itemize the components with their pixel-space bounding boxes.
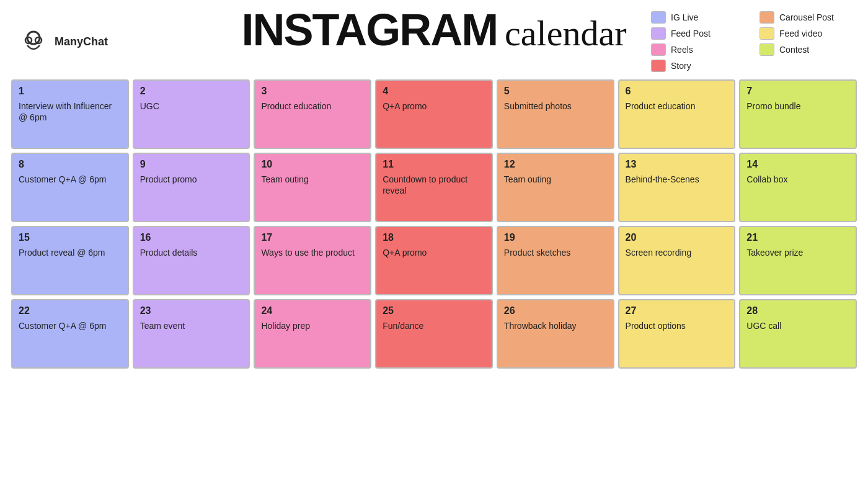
cell-text-11: Countdown to product reveal [383, 174, 485, 196]
cell-number-21: 21 [746, 232, 849, 243]
calendar-cell-23: 23 Team event [133, 299, 250, 369]
logo-text: ManyChat [55, 35, 108, 48]
cell-number-17: 17 [261, 232, 364, 243]
legend-color-feed-post [651, 27, 666, 40]
cell-text-7: Promo bundle [746, 101, 849, 112]
calendar-cell-14: 14 Collab box [739, 153, 857, 222]
cell-number-9: 9 [140, 159, 243, 170]
cell-number-7: 7 [746, 86, 849, 97]
legend-color-reels [651, 43, 666, 56]
cell-number-25: 25 [383, 305, 485, 316]
manychat-logo-icon [19, 27, 48, 56]
logo-area: ManyChat [19, 27, 108, 56]
cell-text-26: Throwback holiday [504, 320, 607, 331]
legend-item-contest: Contest [760, 43, 849, 56]
cell-text-23: Team event [140, 320, 243, 331]
cell-number-27: 27 [626, 305, 728, 316]
cell-text-20: Screen recording [626, 247, 728, 258]
cell-text-3: Product education [261, 101, 364, 112]
cell-number-14: 14 [746, 159, 849, 170]
cell-number-4: 4 [383, 86, 485, 97]
cell-number-5: 5 [504, 86, 607, 97]
legend-label-feed-post: Feed Post [671, 29, 711, 38]
cell-number-22: 22 [19, 305, 122, 316]
cell-number-12: 12 [504, 159, 607, 170]
legend-item-carousel: Carousel Post [760, 11, 849, 24]
cell-text-28: UGC call [746, 320, 849, 331]
calendar-cell-9: 9 Product promo [133, 153, 250, 222]
calendar-cell-8: 8 Customer Q+A @ 6pm [11, 153, 129, 222]
legend-color-story [651, 60, 666, 72]
cell-number-18: 18 [383, 232, 485, 243]
cell-text-2: UGC [140, 101, 243, 112]
cell-text-24: Holiday prep [261, 320, 364, 331]
cell-text-12: Team outing [504, 174, 607, 185]
cell-number-1: 1 [19, 86, 122, 97]
calendar-cell-19: 19 Product sketches [497, 226, 614, 295]
legend-label-story: Story [671, 61, 691, 71]
calendar-cell-6: 6 Product education [618, 79, 736, 149]
cell-text-16: Product details [140, 247, 243, 258]
cell-text-8: Customer Q+A @ 6pm [19, 174, 122, 185]
legend-color-feed-video [760, 27, 774, 40]
cell-number-24: 24 [261, 305, 364, 316]
legend-item-ig-live: IG Live [651, 11, 741, 24]
legend-item-feed-video: Feed video [760, 27, 849, 40]
calendar-cell-28: 28 UGC call [739, 299, 857, 369]
title-calendar: calendar [505, 13, 626, 53]
cell-text-14: Collab box [746, 174, 849, 185]
cell-number-26: 26 [504, 305, 607, 316]
cell-text-13: Behind-the-Scenes [626, 174, 728, 185]
calendar-cell-5: 5 Submitted photos [497, 79, 614, 149]
cell-text-25: Fun/dance [383, 320, 485, 331]
calendar-cell-1: 1 Interview with Influencer @ 6pm [11, 79, 129, 149]
legend-item-reels: Reels [651, 43, 741, 56]
cell-text-9: Product promo [140, 174, 243, 185]
cell-text-4: Q+A promo [383, 101, 485, 112]
cell-text-18: Q+A promo [383, 247, 485, 258]
legend-item-story: Story [651, 60, 741, 72]
legend-label-feed-video: Feed video [779, 29, 822, 38]
legend-color-contest [760, 43, 774, 56]
cell-number-15: 15 [19, 232, 122, 243]
legend-color-carousel [760, 11, 774, 24]
legend-label-carousel: Carousel Post [779, 12, 834, 22]
calendar-cell-13: 13 Behind-the-Scenes [618, 153, 736, 222]
legend-label-contest: Contest [779, 45, 809, 55]
cell-number-16: 16 [140, 232, 243, 243]
legend-color-ig-live [651, 11, 666, 24]
title-area: INSTAGRAMcalendar [241, 7, 626, 52]
calendar-cell-27: 27 Product options [618, 299, 736, 369]
legend-item-feed-post: Feed Post [651, 27, 741, 40]
legend: IG Live Carousel Post Feed Post Feed vid… [651, 11, 849, 72]
legend-label-reels: Reels [671, 45, 693, 55]
calendar-cell-4: 4 Q+A promo [375, 79, 493, 149]
cell-text-19: Product sketches [504, 247, 607, 258]
calendar-cell-22: 22 Customer Q+A @ 6pm [11, 299, 129, 369]
calendar-cell-18: 18 Q+A promo [375, 226, 493, 295]
calendar-cell-25: 25 Fun/dance [375, 299, 493, 369]
cell-number-3: 3 [261, 86, 364, 97]
calendar-cell-10: 10 Team outing [254, 153, 371, 222]
cell-number-2: 2 [140, 86, 243, 97]
cell-text-1: Interview with Influencer @ 6pm [19, 101, 122, 123]
cell-number-20: 20 [626, 232, 728, 243]
calendar-grid: 1 Interview with Influencer @ 6pm 2 UGC … [0, 74, 868, 375]
cell-text-10: Team outing [261, 174, 364, 185]
calendar-cell-15: 15 Product reveal @ 6pm [11, 226, 129, 295]
cell-text-17: Ways to use the product [261, 247, 364, 258]
cell-number-19: 19 [504, 232, 607, 243]
calendar-cell-12: 12 Team outing [497, 153, 614, 222]
title-instagram: INSTAGRAM [241, 5, 497, 55]
calendar-cell-7: 7 Promo bundle [739, 79, 857, 149]
cell-number-28: 28 [746, 305, 849, 316]
calendar-cell-16: 16 Product details [133, 226, 250, 295]
cell-text-15: Product reveal @ 6pm [19, 247, 122, 258]
calendar-cell-26: 26 Throwback holiday [497, 299, 614, 369]
cell-text-22: Customer Q+A @ 6pm [19, 320, 122, 331]
cell-number-23: 23 [140, 305, 243, 316]
cell-text-27: Product options [626, 320, 728, 331]
calendar-cell-24: 24 Holiday prep [254, 299, 371, 369]
cell-text-6: Product education [626, 101, 728, 112]
calendar-cell-3: 3 Product education [254, 79, 371, 149]
